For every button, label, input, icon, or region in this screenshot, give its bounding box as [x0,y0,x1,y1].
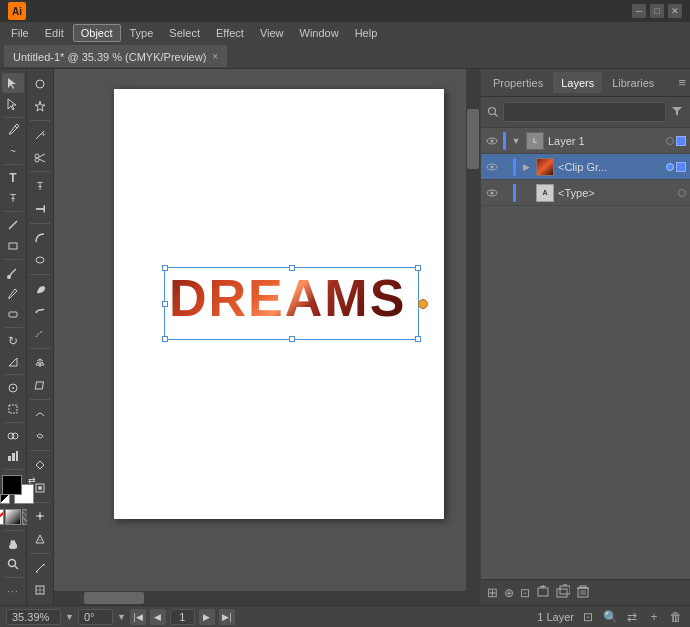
close-button[interactable]: ✕ [668,4,682,18]
zoom-tool-button[interactable] [2,555,24,575]
smooth-tool-button[interactable] [29,301,51,323]
touch-type-tool-button2[interactable]: Ŧ [29,175,51,197]
pencil-tool-button[interactable] [2,283,24,303]
handle-bottom-right[interactable] [415,336,421,342]
lasso-tool-button[interactable] [29,73,51,95]
handle-middle-left[interactable] [162,301,168,307]
canvas-area[interactable]: DREAMS [54,69,480,605]
delete-artboard-button[interactable]: 🗑 [668,609,684,625]
add-artboard-button[interactable]: + [646,609,662,625]
gradient-mesh-button[interactable] [29,506,51,528]
slice-tool-button[interactable] [29,579,51,601]
scale-tool-button[interactable] [2,352,24,372]
menu-object[interactable]: Object [73,24,121,42]
path-eraser-tool-button[interactable] [29,323,51,345]
direct-selection-tool-button[interactable] [2,94,24,114]
nav-prev-button[interactable]: ◀ [150,609,166,625]
rotation-dropdown-button[interactable]: ▼ [117,612,126,622]
menu-effect[interactable]: Effect [209,25,251,41]
rectangle-tool-button[interactable] [2,236,24,256]
rotate-tool-button[interactable]: ↻ [2,331,24,351]
artboard-number[interactable]: 1 [170,609,195,625]
zoom-dropdown-button[interactable]: ▼ [65,612,74,622]
layer1-target-button[interactable] [666,137,674,145]
live-paint-bucket-button[interactable] [29,454,51,476]
layer-row-clip-group[interactable]: ▶ <Clip Gr... [481,154,690,180]
type-target-button[interactable] [678,189,686,197]
ellipse-tool-button[interactable] [29,249,51,271]
layer1-expand-button[interactable]: ▼ [510,135,522,147]
maximize-button[interactable]: □ [650,4,664,18]
paintbrush-tool-button[interactable] [2,263,24,283]
layer-row-layer1[interactable]: ▼ L Layer 1 [481,128,690,154]
new-sublayer-button[interactable] [536,584,550,601]
eraser-tool-button[interactable] [2,304,24,324]
touch-type-tool-button[interactable]: Ŧ [2,189,24,209]
layers-search-input[interactable] [503,102,666,122]
zoom-to-fit-button[interactable]: 🔍 [602,609,618,625]
canvas-options-button[interactable]: ⊡ [580,609,596,625]
swap-colors-button[interactable]: ⇄ [28,475,36,485]
shear-tool-button[interactable] [29,374,51,396]
menu-window[interactable]: Window [293,25,346,41]
nav-next-button[interactable]: ▶ [199,609,215,625]
arc-tool-button[interactable] [29,227,51,249]
hand-tool-button[interactable] [2,534,24,554]
perspective-grid-button[interactable] [29,528,51,550]
reshape-tool-button[interactable] [29,403,51,425]
tab-layers[interactable]: Layers [553,72,602,93]
foreground-color-swatch[interactable] [2,475,22,495]
arrange-button[interactable]: ⇄ [624,609,640,625]
free-transform-tool-button[interactable] [2,399,24,419]
clipgroup-color-box[interactable] [676,162,686,172]
measure-tool-button[interactable] [29,557,51,579]
horizontal-scrollbar[interactable] [54,591,466,605]
scissors-tool-button[interactable] [29,147,51,169]
add-anchor-tool-button[interactable]: + [29,124,51,146]
vertical-scroll-thumb[interactable] [467,109,479,169]
tab-libraries[interactable]: Libraries [604,73,662,93]
warp-tool-button[interactable] [29,426,51,448]
magic-wand-tool-button[interactable] [29,96,51,118]
handle-middle-right[interactable] [418,299,428,309]
handle-bottom-center[interactable] [289,336,295,342]
new-layer-button[interactable] [556,584,570,601]
vertical-type-tool-button[interactable]: T [29,198,51,220]
menu-file[interactable]: File [4,25,36,41]
locate-object-button[interactable]: ⊕ [504,586,514,600]
document-tab[interactable]: Untitled-1* @ 35.39 % (CMYK/Preview) × [4,45,227,67]
layer1-color-box[interactable] [676,136,686,146]
gradient-swatch[interactable] [5,509,21,525]
layer1-visibility-toggle[interactable] [485,134,499,148]
filter-icon[interactable] [670,104,684,121]
reset-colors-button[interactable] [0,494,10,504]
more-tools-button[interactable]: ··· [2,581,24,601]
puppet-warp-tool-button[interactable] [2,378,24,398]
delete-layer-button[interactable] [576,584,590,601]
handle-bottom-left[interactable] [162,336,168,342]
panel-menu-button[interactable]: ≡ [678,75,686,90]
type-tool-button[interactable]: T [2,168,24,188]
clipgroup-target-button[interactable] [666,163,674,171]
nav-last-button[interactable]: ▶| [219,609,235,625]
curvature-tool-button[interactable]: ~ [2,141,24,161]
blob-brush-tool-button[interactable] [29,278,51,300]
make-sublayer-button[interactable]: ⊞ [487,585,498,600]
line-tool-button[interactable] [2,215,24,235]
nav-first-button[interactable]: |◀ [130,609,146,625]
menu-select[interactable]: Select [162,25,207,41]
selection-tool-button[interactable] [2,73,24,93]
handle-top-right[interactable] [415,265,421,271]
menu-help[interactable]: Help [348,25,385,41]
handle-top-left[interactable] [162,265,168,271]
shape-builder-tool-button[interactable] [2,426,24,446]
vertical-scrollbar[interactable] [466,69,480,605]
tab-properties[interactable]: Properties [485,73,551,93]
horizontal-scroll-thumb[interactable] [84,592,144,604]
create-clipping-mask-button[interactable]: ⊡ [520,586,530,600]
menu-view[interactable]: View [253,25,291,41]
type-visibility-toggle[interactable] [485,186,499,200]
none-swatch[interactable] [0,509,4,525]
pen-tool-button[interactable] [2,120,24,140]
minimize-button[interactable]: ─ [632,4,646,18]
